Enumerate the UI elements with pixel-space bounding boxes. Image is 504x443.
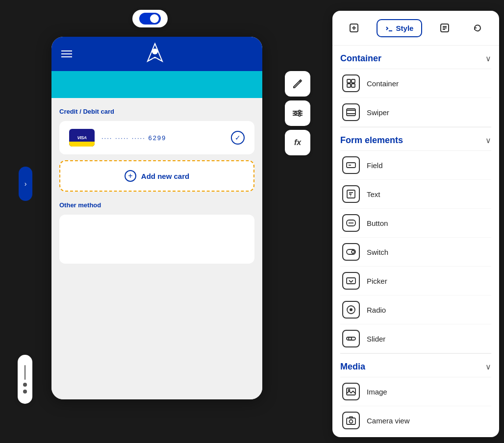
picker-label: Picker xyxy=(367,277,387,285)
image-icon xyxy=(342,383,360,400)
style-panel-button[interactable]: Style xyxy=(377,19,423,37)
svg-point-37 xyxy=(350,308,353,311)
button-icon xyxy=(342,214,360,232)
svg-point-34 xyxy=(352,250,354,253)
svg-point-2 xyxy=(295,112,297,114)
picker-item[interactable]: Picker xyxy=(340,267,491,295)
svg-point-43 xyxy=(350,420,353,423)
panel-top-bar: Style xyxy=(332,11,499,46)
swiper-label: Swiper xyxy=(367,108,389,117)
other-method-box xyxy=(59,215,254,264)
switch-label: Switch xyxy=(367,248,388,256)
formula-icon: fx xyxy=(294,138,301,147)
content-panel-button[interactable] xyxy=(434,18,455,38)
switch-item[interactable]: Switch xyxy=(340,238,491,267)
media-section-title: Media xyxy=(340,362,365,372)
chevron-right-icon: › xyxy=(25,180,27,188)
media-chevron-icon: ∨ xyxy=(485,362,491,371)
svg-text:T: T xyxy=(350,194,352,197)
add-icon: + xyxy=(125,170,136,182)
field-label: Field xyxy=(367,161,383,170)
camera-label: Camera view xyxy=(367,417,410,425)
scroll-dot-2 xyxy=(23,390,27,394)
visa-text: VISA xyxy=(77,135,86,140)
add-new-card-button[interactable]: + Add new card xyxy=(59,160,254,192)
phone-accent-bar xyxy=(51,71,262,98)
edit-toolbar-button[interactable] xyxy=(285,71,310,97)
svg-point-3 xyxy=(299,110,301,112)
svg-point-4 xyxy=(299,114,301,116)
form-elements-section-header[interactable]: Form elements ∨ xyxy=(340,127,491,151)
credit-section-label: Credit / Debit card xyxy=(59,108,254,115)
camera-item[interactable]: Camera view xyxy=(340,406,491,435)
text-icon: T xyxy=(342,185,360,203)
radio-icon xyxy=(342,301,360,319)
hamburger-icon[interactable] xyxy=(61,50,72,57)
visa-stripe xyxy=(69,142,95,147)
swiper-icon xyxy=(342,103,360,121)
card-item[interactable]: VISA ···· ····· ····· 6299 ✓ xyxy=(59,121,254,154)
container-label: Container xyxy=(367,79,399,88)
phone-frame: Credit / Debit card VISA ···· ····· ····… xyxy=(51,37,262,399)
card-check-icon: ✓ xyxy=(231,131,245,145)
svg-point-1 xyxy=(152,49,158,54)
map-item[interactable]: Map xyxy=(340,435,491,437)
other-method-label: Other method xyxy=(59,201,254,209)
style-label: Style xyxy=(396,24,414,32)
text-item[interactable]: T Text xyxy=(340,180,491,209)
svg-rect-20 xyxy=(347,84,351,87)
svg-rect-40 xyxy=(347,388,355,395)
svg-rect-19 xyxy=(352,79,355,83)
side-toolbar: fx xyxy=(285,71,310,155)
svg-point-39 xyxy=(349,337,352,340)
image-label: Image xyxy=(367,388,387,396)
toggle-thumb xyxy=(150,14,159,23)
container-item[interactable]: Container xyxy=(340,69,491,98)
image-item[interactable]: Image xyxy=(340,377,491,406)
slider-item[interactable]: Slider xyxy=(340,324,491,353)
add-card-label: Add new card xyxy=(141,172,189,180)
form-elements-chevron-icon: ∨ xyxy=(485,136,491,145)
top-toggle[interactable] xyxy=(132,10,168,27)
field-icon xyxy=(342,156,360,174)
container-section-header[interactable]: Container ∨ xyxy=(340,46,491,69)
container-icon xyxy=(342,74,360,92)
refresh-panel-button[interactable] xyxy=(467,18,488,38)
slider-label: Slider xyxy=(367,335,385,343)
media-section-header[interactable]: Media ∨ xyxy=(340,354,491,377)
text-label: Text xyxy=(367,190,380,198)
scroll-indicator xyxy=(18,355,32,404)
radio-item[interactable]: Radio xyxy=(340,295,491,324)
formula-toolbar-button[interactable]: fx xyxy=(285,130,310,155)
phone-content: Credit / Debit card VISA ···· ····· ····… xyxy=(51,98,262,399)
button-item[interactable]: Button xyxy=(340,209,491,238)
container-chevron-icon: ∨ xyxy=(485,54,491,63)
button-label: Button xyxy=(367,219,388,227)
field-item[interactable]: Field xyxy=(340,151,491,180)
card-left: VISA ···· ····· ····· 6299 xyxy=(69,129,166,147)
phone-navbar xyxy=(51,37,262,71)
camera-icon xyxy=(342,412,360,429)
scroll-dot xyxy=(23,383,27,387)
container-section-title: Container xyxy=(340,53,381,64)
filter-toolbar-button[interactable] xyxy=(285,100,310,126)
form-elements-section-title: Form elements xyxy=(340,135,403,146)
add-panel-button[interactable] xyxy=(344,18,364,38)
svg-rect-21 xyxy=(352,84,355,87)
card-number: ···· ····· ····· 6299 xyxy=(101,134,166,142)
swiper-item[interactable]: Swiper xyxy=(340,98,491,127)
toggle-track[interactable] xyxy=(139,13,161,25)
left-panel-handle[interactable]: › xyxy=(19,167,32,201)
radio-label: Radio xyxy=(367,306,386,314)
switch-icon xyxy=(342,243,360,261)
rocket-logo xyxy=(143,42,167,66)
right-panel: Style Container ∨ xyxy=(332,11,499,437)
svg-rect-18 xyxy=(347,79,351,83)
visa-card-icon: VISA xyxy=(69,129,95,147)
slider-icon xyxy=(342,330,360,347)
scroll-line xyxy=(25,365,25,380)
picker-icon xyxy=(342,272,360,290)
panel-body: Container ∨ Container xyxy=(332,46,499,437)
